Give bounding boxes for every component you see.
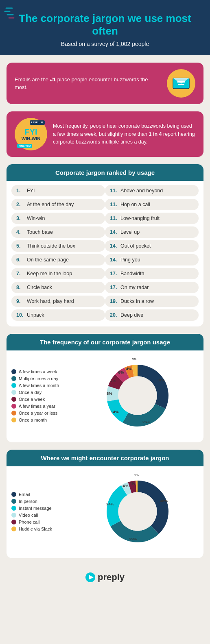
donut-label: 7% — [110, 379, 116, 383]
legend-item: A few times a month — [11, 383, 72, 388]
ranked-col-left: 1.FYI2.At the end of the day3.Win-win4.T… — [11, 185, 105, 321]
donut-hole — [118, 376, 157, 415]
page-subtitle: Based on a survey of 1,002 people — [8, 41, 202, 47]
fyi-banner: LEVEL UP FYI WIN-WIN PING YOU Most frequ… — [7, 111, 203, 157]
ranked-item: 3.Win-win — [11, 213, 105, 224]
ranked-item: 7.Keep me in the loop — [11, 268, 105, 279]
footer-logo-text: preply — [98, 572, 125, 583]
ranked-item: 11.Low-hanging fruit — [105, 213, 199, 224]
donut-label: 29% — [129, 537, 138, 541]
ranked-item: 1.FYI — [11, 185, 105, 196]
legend-item: Video call — [11, 513, 72, 518]
donut-label: 6% — [118, 370, 124, 375]
email-svg — [172, 76, 190, 91]
ranked-card-header: Corporate jargon ranked by usage — [7, 164, 203, 181]
legend-item: In person — [11, 499, 72, 504]
footer: preply — [0, 566, 210, 589]
frequency-donut-wrap: 32%26%14%8%7%6%4%3% — [77, 357, 199, 434]
donut-label: 4% — [123, 483, 129, 488]
frequency-donut: 32%26%14%8%7%6%4%3% — [99, 357, 176, 434]
frequency-legend: A few times a weekMultiple times a dayA … — [11, 369, 72, 422]
ranked-item: 14.Ping you — [105, 254, 199, 265]
ranked-col-right: 11.Above and beyond11.Hop on a call11.Lo… — [105, 185, 199, 321]
legend-item: Email — [11, 492, 72, 497]
ranked-item: 11.Hop on a call — [105, 199, 199, 210]
donut-label-small: 3% — [132, 357, 136, 361]
svg-rect-5 — [177, 81, 185, 83]
footer-logo: preply — [7, 572, 203, 583]
ranked-card: Corporate jargon ranked by usage 1.FYI2.… — [7, 164, 203, 326]
legend-item: Huddle via Slack — [11, 527, 72, 531]
email-icon — [167, 69, 195, 98]
legend-item: Instant message — [11, 506, 72, 511]
encounter-content: EmailIn personInstant messageVideo callP… — [7, 466, 203, 558]
ping-you-label: PING YOU — [17, 144, 32, 148]
ranked-item: 8.Circle back — [11, 282, 105, 293]
donut-label: 4% — [129, 481, 135, 486]
encounter-donut: 38%29%24%4%4%1% — [99, 473, 176, 550]
ranked-item: 14.Level up — [105, 226, 199, 238]
legend-item: Once a week — [11, 397, 72, 402]
fyi-banner-text: Most frequently, people hear corporate b… — [53, 122, 195, 146]
donut-label-small: 1% — [134, 473, 139, 477]
ranked-item: 9.Work hard, play hard — [11, 296, 105, 307]
ranked-item: 6.On the same page — [11, 254, 105, 265]
legend-item: Once a day — [11, 390, 72, 395]
donut-label: 38% — [160, 498, 168, 503]
donut-label: 14% — [111, 410, 119, 414]
encounter-card-header: Where we might encounter corporate jargo… — [7, 450, 203, 466]
legend-item: Once a year or less — [11, 411, 72, 416]
ranked-item: 17.On my radar — [105, 282, 199, 293]
ranked-grid: 1.FYI2.At the end of the day3.Win-win4.T… — [7, 181, 203, 326]
donut-hole — [118, 492, 157, 531]
fyi-circle: LEVEL UP FYI WIN-WIN PING YOU — [15, 118, 47, 150]
fyi-icon-wrap: LEVEL UP FYI WIN-WIN PING YOU — [15, 118, 47, 150]
donut-label: 24% — [106, 502, 114, 507]
ranked-item: 5.Think outside the box — [11, 240, 105, 252]
legend-item: A few times a week — [11, 369, 72, 374]
frequency-card-header: The frequency of our corporate jargon us… — [7, 334, 203, 350]
donut-label: 8% — [107, 392, 112, 396]
ranked-item: 20.Deep dive — [105, 309, 199, 321]
ranked-item: 10.Unpack — [11, 309, 105, 321]
encounter-card: Where we might encounter corporate jargo… — [7, 450, 203, 558]
ranked-item: 14.Out of pocket — [105, 240, 199, 252]
ranked-item: 2.At the end of the day — [11, 199, 105, 210]
frequency-card: The frequency of our corporate jargon us… — [7, 334, 203, 442]
ranked-item: 19.Ducks in a row — [105, 296, 199, 307]
frequency-content: A few times a weekMultiple times a dayA … — [7, 350, 203, 442]
preply-logo-icon — [85, 572, 95, 582]
legend-item: Multiple times a day — [11, 376, 72, 381]
encounter-legend: EmailIn personInstant messageVideo callP… — [11, 492, 72, 531]
ranked-item: 11.Above and beyond — [105, 185, 199, 196]
legend-item: Once a month — [11, 418, 72, 422]
encounter-donut-wrap: 38%29%24%4%4%1% — [77, 473, 199, 550]
email-banner: Emails are the #1 place people encounter… — [7, 63, 203, 104]
deco-lines — [4, 4, 24, 24]
email-banner-text: Emails are the #1 place people encounter… — [15, 76, 161, 91]
ranked-item: 17.Bandwidth — [105, 268, 199, 279]
level-up-label: LEVEL UP — [30, 120, 45, 125]
donut-label: 26% — [142, 420, 151, 424]
legend-item: A few times a year — [11, 404, 72, 409]
donut-label: 32% — [158, 378, 166, 383]
ranked-item: 4.Touch base — [11, 226, 105, 238]
page-title: The corporate jargon we use most often — [8, 12, 202, 37]
header: The corporate jargon we use most often B… — [0, 0, 210, 55]
legend-item: Phone call — [11, 520, 72, 524]
donut-label: 4% — [126, 366, 132, 371]
svg-rect-6 — [178, 84, 184, 85]
